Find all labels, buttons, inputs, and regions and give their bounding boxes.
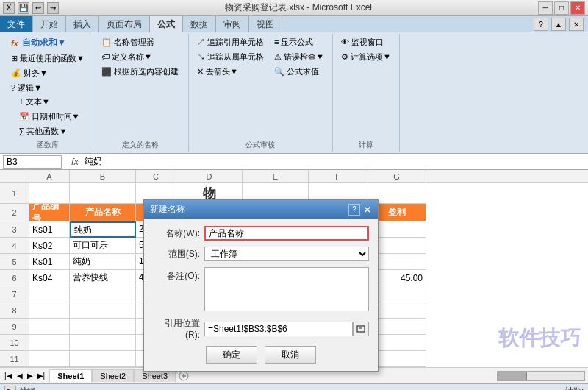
tab-home[interactable]: 开始 bbox=[33, 16, 66, 32]
dialog-ref-input[interactable] bbox=[204, 322, 353, 336]
sheet-next-button[interactable]: ▶ bbox=[26, 372, 35, 380]
cell-b2[interactable]: 产品名称 bbox=[70, 204, 136, 221]
dialog-scope-select[interactable]: 工作簿 bbox=[204, 247, 369, 261]
name-manager-button[interactable]: 📋 名称管理器 bbox=[98, 35, 184, 49]
error-check-button[interactable]: ⚠ 错误检查▼ bbox=[270, 50, 328, 64]
quick-access-redo[interactable]: ↪ bbox=[47, 2, 59, 14]
cell-a7[interactable] bbox=[29, 286, 70, 302]
tab-data[interactable]: 数据 bbox=[183, 16, 216, 32]
cell-a5[interactable]: Ks01 bbox=[29, 254, 70, 270]
cell-a4[interactable]: Ks02 bbox=[29, 238, 70, 254]
dialog-comment-row: 备注(O): bbox=[153, 267, 369, 311]
name-box[interactable] bbox=[3, 155, 62, 169]
col-header-d[interactable]: D bbox=[176, 170, 243, 182]
dialog-comment-label: 备注(O): bbox=[153, 267, 204, 283]
cell-a9[interactable] bbox=[29, 319, 70, 335]
trace-dependents-button[interactable]: ↘ 追踪从属单元格 bbox=[193, 50, 268, 64]
sheet-first-button[interactable]: |◀ bbox=[3, 372, 14, 380]
dialog-cancel-button[interactable]: 取消 bbox=[265, 346, 316, 364]
dialog-ok-button[interactable]: 确定 bbox=[206, 346, 257, 364]
cell-a6[interactable]: Ks04 bbox=[29, 270, 70, 286]
dialog-name-row: 名称(W): bbox=[153, 226, 369, 241]
trace-precedents-button[interactable]: ↗ 追踪引用单元格 bbox=[193, 35, 268, 49]
fx-label: fx bbox=[68, 156, 82, 167]
col-header-f[interactable]: F bbox=[309, 170, 368, 182]
cell-b7[interactable] bbox=[70, 286, 136, 302]
group-calculation: 👁 监视窗口 ⚙ 计算选项▼ 计算 bbox=[333, 34, 400, 152]
text-button[interactable]: T 文本▼ bbox=[15, 95, 84, 109]
maximize-button[interactable]: □ bbox=[554, 1, 569, 15]
col-header-b[interactable]: B bbox=[70, 170, 136, 182]
quick-access-save[interactable]: 💾 bbox=[18, 2, 29, 14]
tab-review[interactable]: 审阅 bbox=[216, 16, 249, 32]
other-button[interactable]: ∑ 其他函数▼ bbox=[15, 124, 84, 138]
dialog-help-icon[interactable]: ? bbox=[348, 204, 360, 216]
cell-b10[interactable] bbox=[70, 335, 136, 351]
watch-window-button[interactable]: 👁 监视窗口 bbox=[337, 35, 395, 49]
cell-a8[interactable] bbox=[29, 302, 70, 319]
cell-b5[interactable]: 纯奶 bbox=[70, 254, 136, 270]
dialog-close-button[interactable]: ✕ bbox=[363, 204, 372, 216]
status-text: 就绪 bbox=[19, 386, 35, 390]
group-formula-audit: ↗ 追踪引用单元格 ↘ 追踪从属单元格 ✕ 去箭头▼ ≡ 显示公式 ⚠ 错误检查… bbox=[189, 34, 333, 152]
minimize-button[interactable]: ─ bbox=[538, 1, 553, 15]
cell-a2[interactable]: 产品编号 bbox=[29, 204, 70, 221]
cell-b9[interactable] bbox=[70, 319, 136, 335]
cell-a1[interactable] bbox=[29, 183, 70, 204]
row-num-5: 5 bbox=[0, 254, 29, 270]
col-header-e[interactable]: E bbox=[243, 170, 309, 182]
remove-arrows-button[interactable]: ✕ 去箭头▼ bbox=[193, 65, 268, 79]
row-num-1: 1 bbox=[0, 183, 29, 204]
sheet-last-button[interactable]: ▶| bbox=[36, 372, 47, 380]
col-header-a[interactable]: A bbox=[29, 170, 70, 182]
cell-b11[interactable] bbox=[70, 351, 136, 367]
formula-input[interactable] bbox=[85, 155, 585, 169]
ribbon-minimize[interactable]: ▲ bbox=[551, 18, 566, 31]
dialog-scope-label: 范围(S): bbox=[153, 248, 204, 260]
dialog-name-label: 名称(W): bbox=[153, 227, 204, 240]
title-bar: X 💾 ↩ ↪ 物资采购登记表.xlsx - Microsoft Excel ─… bbox=[0, 0, 588, 16]
cell-b1[interactable] bbox=[70, 183, 136, 204]
quick-access-undo[interactable]: ↩ bbox=[32, 2, 44, 14]
sheet-add-button[interactable] bbox=[179, 371, 189, 381]
tab-insert[interactable]: 插入 bbox=[66, 16, 99, 32]
cell-a11[interactable] bbox=[29, 351, 70, 367]
dialog-ref-collapse-button[interactable] bbox=[353, 322, 369, 336]
evaluate-formula-button[interactable]: 🔍 公式求值 bbox=[270, 65, 328, 79]
cell-b8[interactable] bbox=[70, 302, 136, 319]
cell-a3[interactable]: Ks01 bbox=[29, 221, 70, 238]
tab-pagelayout[interactable]: 页面布局 bbox=[99, 16, 150, 32]
cell-a10[interactable] bbox=[29, 335, 70, 351]
tab-file[interactable]: 文件 bbox=[0, 16, 33, 32]
col-header-c[interactable]: C bbox=[136, 170, 176, 182]
sheet-tab-1[interactable]: Sheet1 bbox=[49, 369, 92, 382]
sheet-prev-button[interactable]: ◀ bbox=[15, 372, 24, 380]
define-name-button[interactable]: 🏷 定义名称▼ bbox=[98, 50, 184, 64]
tab-formula[interactable]: 公式 bbox=[150, 16, 183, 32]
insert-function-button[interactable]: fx 自动求和▼ bbox=[7, 35, 70, 51]
datetime-button[interactable]: 📅 日期和时间▼ bbox=[15, 110, 84, 124]
dialog-ref-row: 引用位置(R): bbox=[153, 317, 369, 340]
tab-view[interactable]: 视图 bbox=[249, 16, 282, 32]
close-button[interactable]: ✕ bbox=[570, 1, 585, 15]
show-formulas-button[interactable]: ≡ 显示公式 bbox=[270, 35, 328, 49]
ribbon-help[interactable]: ? bbox=[534, 18, 548, 31]
cell-b4[interactable]: 可口可乐 bbox=[70, 238, 136, 254]
calc-options-button[interactable]: ⚙ 计算选项▼ bbox=[337, 50, 395, 64]
recently-used-button[interactable]: ⊞ 最近使用的函数▼ bbox=[7, 52, 88, 65]
cell-b3[interactable]: 纯奶 bbox=[70, 221, 136, 238]
dialog-comment-textarea[interactable] bbox=[204, 267, 369, 311]
dialog-ref-label: 引用位置(R): bbox=[153, 317, 204, 340]
create-from-selection-button[interactable]: ⬛ 根据所选内容创建 bbox=[98, 65, 184, 79]
finance-button[interactable]: 💰 财务▼ bbox=[7, 66, 51, 80]
sheet-tab-2[interactable]: Sheet2 bbox=[92, 369, 134, 382]
window-controls: ─ □ ✕ bbox=[538, 1, 585, 15]
col-header-g[interactable]: G bbox=[368, 170, 426, 182]
group-label-definednames: 定义的名称 bbox=[122, 138, 159, 150]
dialog-name-input[interactable] bbox=[204, 226, 369, 241]
horizontal-scrollbar[interactable] bbox=[497, 371, 585, 381]
cell-b6[interactable]: 营养快线 bbox=[70, 270, 136, 286]
logic-button[interactable]: ? 逻辑▼ bbox=[7, 81, 46, 95]
ribbon-close-inner[interactable]: ✕ bbox=[569, 18, 584, 31]
excel-icon: X bbox=[3, 2, 15, 14]
